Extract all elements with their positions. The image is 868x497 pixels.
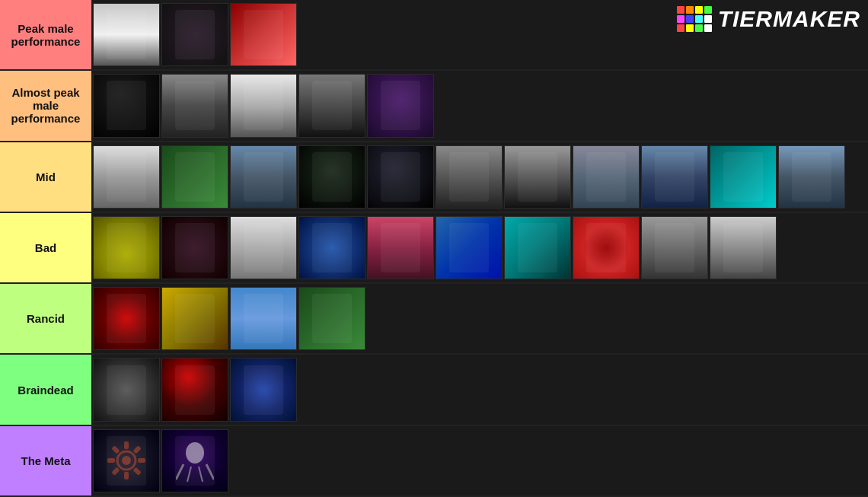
list-item [298, 145, 365, 209]
tier-row-rancid: Rancid [0, 284, 868, 355]
svg-point-1 [122, 456, 131, 465]
item-image [94, 358, 159, 420]
item-image [436, 217, 502, 279]
list-item [504, 216, 571, 279]
list-item [230, 74, 297, 137]
tier-items-mid [91, 142, 868, 212]
svg-rect-7 [111, 467, 120, 476]
list-item [504, 145, 571, 209]
item-image [299, 75, 365, 136]
item-image [642, 146, 707, 208]
logo-cell [695, 24, 703, 32]
item-image [162, 288, 228, 349]
tier-items-meta [91, 426, 868, 495]
svg-rect-2 [124, 441, 129, 449]
tier-label-rancid: Rancid [0, 284, 91, 353]
item-image [231, 217, 296, 279]
tier-label-braindead: Braindead [0, 355, 91, 424]
list-item [367, 145, 434, 209]
list-item [573, 216, 640, 279]
item-image [162, 75, 228, 136]
svg-line-13 [187, 467, 191, 482]
svg-rect-4 [138, 458, 145, 463]
tier-row-braindead: Braindead [0, 355, 868, 425]
list-item [161, 3, 228, 66]
tier-label-meta: The Meta [0, 426, 91, 495]
tier-items-rancid [91, 284, 868, 353]
list-item [161, 358, 228, 421]
item-image [299, 146, 365, 208]
item-image [162, 146, 228, 208]
item-image [710, 217, 776, 279]
tier-items-almost [91, 71, 868, 140]
item-image [231, 358, 296, 420]
item-image [505, 217, 570, 279]
item-image [231, 75, 296, 136]
list-item [161, 287, 228, 350]
logo-cell [686, 6, 694, 14]
svg-rect-5 [132, 467, 141, 476]
list-item [298, 74, 365, 137]
item-image [505, 146, 570, 208]
tier-items-bad [91, 213, 868, 282]
svg-point-0 [117, 451, 136, 470]
item-image [642, 217, 707, 279]
item-image [94, 146, 159, 208]
svg-line-14 [199, 467, 203, 482]
item-image [231, 288, 296, 349]
list-item [298, 287, 365, 350]
tiermaker-wrapper: TiERMAKER Peak male performance Almost p… [0, 0, 868, 497]
svg-rect-9 [111, 446, 120, 454]
item-image [573, 217, 639, 279]
tiermaker-logo: TiERMAKER [677, 6, 860, 32]
item-image [94, 75, 159, 136]
svg-rect-3 [132, 446, 141, 454]
logo-cell [695, 15, 703, 23]
list-item [93, 145, 160, 209]
list-item [298, 216, 365, 279]
item-image [94, 288, 159, 349]
logo-cell [695, 6, 703, 14]
list-item [641, 216, 708, 279]
list-item [710, 216, 777, 279]
tier-row-almost: Almost peak male performance [0, 71, 868, 142]
list-item [93, 429, 160, 492]
item-image [94, 217, 159, 279]
list-item [778, 145, 845, 209]
logo-cell [704, 6, 712, 14]
list-item [230, 287, 297, 350]
logo-cell [704, 15, 712, 23]
list-item [93, 216, 160, 279]
creature-icon [176, 438, 214, 483]
item-image [436, 146, 502, 208]
list-item [161, 145, 228, 209]
item-image [162, 4, 228, 65]
svg-line-12 [206, 464, 214, 479]
tier-items-braindead [91, 355, 868, 424]
list-item [161, 74, 228, 137]
logo-cell [686, 24, 694, 32]
list-item [436, 216, 503, 279]
item-image [162, 430, 228, 492]
item-image [231, 146, 296, 208]
item-image [779, 146, 844, 208]
tier-row-meta: The Meta [0, 426, 868, 497]
logo-grid [677, 6, 712, 32]
list-item [641, 145, 708, 209]
list-item [230, 3, 297, 66]
item-image [94, 430, 159, 492]
list-item [367, 216, 434, 279]
svg-rect-6 [124, 472, 129, 479]
list-item [230, 145, 297, 209]
item-image [299, 217, 365, 279]
list-item [93, 3, 160, 66]
tier-label-almost: Almost peak male performance [0, 71, 91, 140]
item-image [162, 358, 228, 420]
logo-cell [686, 15, 694, 23]
list-item [573, 145, 640, 209]
logo-cell [704, 24, 712, 32]
list-item [93, 74, 160, 137]
item-image [368, 217, 433, 279]
item-image [162, 217, 228, 279]
tier-label-peak: Peak male performance [0, 0, 91, 69]
